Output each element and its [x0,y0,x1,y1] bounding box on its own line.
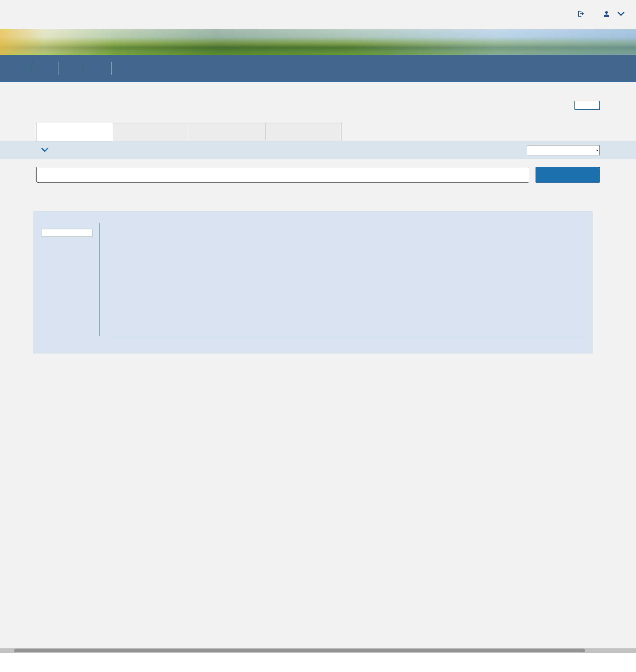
report-tabs [36,123,636,141]
footer [0,653,636,672]
main-nav [0,55,636,82]
chevron-down-icon [617,11,625,19]
subtotal-non-federal-label [111,244,213,247]
subtotal-non-federal-amount [213,244,263,247]
user-icon [602,10,611,20]
nav-item-plan-of-work[interactable] [112,55,138,82]
fiscal-year-2021[interactable] [42,252,93,259]
non-federal-label [111,231,213,233]
fiscal-year-2020[interactable] [42,263,93,270]
chevron-down-icon [40,146,49,155]
export-all-button[interactable] [574,101,600,110]
table-header-row [33,202,593,211]
financials-section [111,220,347,328]
scrollbar-thumb[interactable] [14,649,585,652]
main-content [0,82,636,648]
fiscal-year-2019[interactable] [42,274,93,281]
filter-bar [0,141,636,159]
landscape-banner-image [0,29,636,55]
nav-item-critical-issues[interactable] [32,55,59,82]
results-table [33,202,593,353]
fiscal-year-2023[interactable] [42,229,93,237]
tab-project-program[interactable] [36,123,113,141]
fte-section [347,220,582,328]
search-input[interactable] [36,167,529,183]
expanded-detail-panel [33,211,593,353]
logout-button[interactable] [577,10,588,19]
nav-item-annual-report[interactable] [85,55,112,82]
fiscal-year-2022[interactable] [42,241,93,248]
nav-item-projects-programs[interactable] [59,55,85,82]
fiscal-years-list [38,220,96,343]
filter-sort-toggle[interactable] [36,146,49,155]
tab-funding-type[interactable] [189,123,265,141]
search-button[interactable] [536,167,600,183]
sort-by-select[interactable] [527,145,600,156]
logout-icon [577,10,584,19]
horizontal-scrollbar[interactable] [0,648,636,653]
tab-knowledge-area[interactable] [113,123,189,141]
nav-item-dashboard[interactable] [6,55,32,82]
user-menu[interactable] [602,10,625,20]
students-subtotal-label [357,235,477,237]
tab-individual-report-view[interactable] [265,123,342,141]
top-bar [0,0,636,29]
students-subtotal-value [477,235,512,237]
